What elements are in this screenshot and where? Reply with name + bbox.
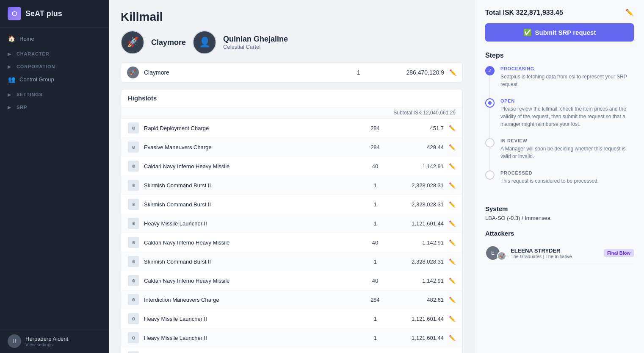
highslots-subtotal: Subtotal ISK 12,040,661.29 xyxy=(121,107,462,119)
highslots-item-5: ⚙ Heavy Missile Launcher II 1 1,121,601.… xyxy=(121,214,462,233)
highslots-item-4: ⚙ Skirmish Command Burst II 1 2,328,028.… xyxy=(121,195,462,214)
step-line-open xyxy=(489,108,490,138)
step-line-in-review xyxy=(489,147,490,170)
highslots-item-2: ⚙ Caldari Navy Inferno Heavy Missile 40 … xyxy=(121,157,462,176)
item-isk-3: 2,328,028.31 xyxy=(393,182,444,189)
step-processed: PROCESSED This request is considered to … xyxy=(485,170,634,195)
item-qty-3: 1 xyxy=(362,182,388,189)
pilot-avatar: 👤 xyxy=(193,31,216,54)
highslots-item-7: ⚙ Skirmish Command Burst II 1 2,328,028.… xyxy=(121,252,462,271)
step-dot-processed xyxy=(485,170,495,180)
system-value: LBA-SO (-0.3) / Immensea xyxy=(485,215,634,221)
item-edit-2[interactable]: ✏️ xyxy=(449,163,456,170)
step-in-review: IN REVIEW A Manager will soon be decidin… xyxy=(485,138,634,170)
corporation-arrow-icon: ▶ xyxy=(8,64,11,69)
item-name-2: Caldari Navy Inferno Heavy Missile xyxy=(144,163,357,170)
killmail-header: 🚀 Claymore 👤 Quinlan Ghejaline Celestial… xyxy=(121,31,463,54)
item-name-3: Skirmish Command Burst II xyxy=(144,182,357,189)
item-isk-2: 1,142.91 xyxy=(393,163,444,170)
pilot-name: Quinlan Ghejaline xyxy=(223,35,288,44)
total-isk-edit-icon[interactable]: ✏️ xyxy=(625,8,634,17)
user-avatar: H xyxy=(8,334,21,348)
item-icon-7: ⚙ xyxy=(128,256,139,267)
item-edit-9[interactable]: ✏️ xyxy=(449,297,456,303)
sidebar-section-settings[interactable]: ▶ SETTINGS xyxy=(0,87,109,100)
sidebar-nav: 🏠 Home ▶ CHARACTER ▶ CORPORATION 👥 Contr… xyxy=(0,28,109,329)
item-name-9: Interdiction Maneuvers Charge xyxy=(144,297,357,303)
item-isk-11: 1,121,601.44 xyxy=(393,335,444,341)
item-edit-5[interactable]: ✏️ xyxy=(449,220,456,227)
highslots-item-10: ⚙ Heavy Missile Launcher II 1 1,121,601.… xyxy=(121,309,462,328)
sidebar-item-control-group[interactable]: 👥 Control Group xyxy=(0,72,109,87)
victim-edit-icon[interactable]: ✏️ xyxy=(449,69,456,76)
highslots-items: ⚙ Rapid Deployment Charge 284 451.7 ✏️ ⚙… xyxy=(121,119,462,353)
item-qty-6: 40 xyxy=(362,239,388,246)
item-icon-5: ⚙ xyxy=(128,218,139,229)
item-edit-8[interactable]: ✏️ xyxy=(449,278,456,284)
highslots-item-12: ⚙ Heavy Missile Launcher II 1 1,121,601.… xyxy=(121,347,462,353)
item-edit-11[interactable]: ✏️ xyxy=(449,335,456,341)
step-line-processing xyxy=(489,75,490,98)
submit-srp-button[interactable]: ✅ Submit SRP request xyxy=(485,23,634,42)
item-name-10: Heavy Missile Launcher II xyxy=(144,316,357,322)
pilot-corp: Celestial Cartel xyxy=(223,44,288,50)
character-arrow-icon: ▶ xyxy=(8,52,11,56)
step-label-processing: PROCESSING xyxy=(500,66,634,71)
step-desc-processed: This request is considered to be process… xyxy=(500,177,599,185)
item-edit-3[interactable]: ✏️ xyxy=(449,182,456,189)
step-dot-processing: ✓ xyxy=(485,66,495,75)
item-edit-0[interactable]: ✏️ xyxy=(449,125,456,131)
sidebar-footer[interactable]: H Herpaderp Aldent View settings xyxy=(0,329,109,353)
item-name-5: Heavy Missile Launcher II xyxy=(144,220,357,227)
total-isk-row: Total ISK 322,871,933.45 ✏️ xyxy=(485,8,634,17)
item-qty-11: 1 xyxy=(362,335,388,341)
victim-name: Claymore xyxy=(144,69,341,76)
total-isk-label: Total ISK 322,871,933.45 xyxy=(485,9,563,17)
sidebar-item-home-label: Home xyxy=(19,36,34,42)
step-connector-open xyxy=(485,98,495,138)
step-label-open: OPEN xyxy=(500,98,634,103)
item-edit-4[interactable]: ✏️ xyxy=(449,201,456,208)
step-label-processed: PROCESSED xyxy=(500,170,599,175)
attackers-title: Attackers xyxy=(485,230,634,237)
highslots-item-8: ⚙ Caldari Navy Inferno Heavy Missile 40 … xyxy=(121,271,462,290)
highslots-item-11: ⚙ Heavy Missile Launcher II 1 1,121,601.… xyxy=(121,328,462,347)
item-name-11: Heavy Missile Launcher II xyxy=(144,335,357,341)
item-edit-10[interactable]: ✏️ xyxy=(449,316,456,322)
highslots-item-9: ⚙ Interdiction Maneuvers Charge 284 482.… xyxy=(121,290,462,309)
step-connector-processing: ✓ xyxy=(485,66,495,98)
main-area: Killmail 🚀 Claymore 👤 Quinlan Ghejaline … xyxy=(109,0,644,353)
item-edit-6[interactable]: ✏️ xyxy=(449,239,456,246)
final-blow-badge-0: Final Blow xyxy=(604,249,634,257)
item-isk-5: 1,121,601.44 xyxy=(393,220,444,227)
sidebar-section-corporation[interactable]: ▶ CORPORATION xyxy=(0,59,109,72)
attacker-corp-0: The Graduates | The Initiative. xyxy=(511,254,573,259)
step-open: OPEN Please review the killmail, check t… xyxy=(485,98,634,138)
item-icon-1: ⚙ xyxy=(128,142,139,153)
item-isk-1: 429.44 xyxy=(393,144,444,150)
highslots-item-3: ⚙ Skirmish Command Burst II 1 2,328,028.… xyxy=(121,176,462,195)
step-desc-in-review: A Manager will soon be deciding whether … xyxy=(500,145,634,160)
sidebar-item-control-group-label: Control Group xyxy=(19,76,54,83)
item-qty-0: 284 xyxy=(362,125,388,131)
victim-row: 🚀 Claymore 1 286,470,120.9 ✏️ xyxy=(121,63,463,82)
step-dot-in-review xyxy=(485,138,495,147)
right-panel: Total ISK 322,871,933.45 ✏️ ✅ Submit SRP… xyxy=(475,0,644,353)
attacker-row-0: E 🚀 ELEENA STRYDER The Graduates | The I… xyxy=(485,242,634,264)
page-title: Killmail xyxy=(121,10,463,24)
sidebar-section-character[interactable]: ▶ CHARACTER xyxy=(0,46,109,59)
item-isk-9: 482.61 xyxy=(393,297,444,303)
sidebar-logo: ⬡ SeAT plus xyxy=(0,0,109,28)
item-edit-7[interactable]: ✏️ xyxy=(449,258,456,265)
item-isk-6: 1,142.91 xyxy=(393,239,444,246)
item-qty-7: 1 xyxy=(362,258,388,265)
sidebar-item-home[interactable]: 🏠 Home xyxy=(0,31,109,46)
highslots-section: Highslots Subtotal ISK 12,040,661.29 ⚙ R… xyxy=(121,89,463,353)
item-qty-8: 40 xyxy=(362,278,388,284)
sidebar-section-srp[interactable]: ▶ SRP xyxy=(0,100,109,112)
item-edit-1[interactable]: ✏️ xyxy=(449,144,456,150)
sidebar-section-character-label: CHARACTER xyxy=(17,51,50,56)
ship-name: Claymore xyxy=(151,38,186,47)
step-processing: ✓ PROCESSING Seatplus is fetching data f… xyxy=(485,66,634,98)
step-connector-in-review xyxy=(485,138,495,170)
